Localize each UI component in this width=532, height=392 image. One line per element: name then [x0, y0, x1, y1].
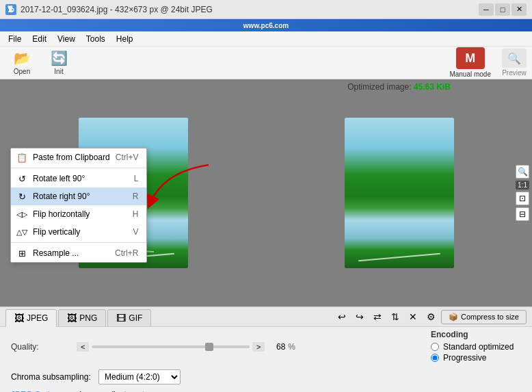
menu-view[interactable]: View	[52, 33, 81, 45]
flip-v-action-button[interactable]: ⇅	[388, 309, 403, 324]
paste-shortcut: Ctrl+V	[116, 153, 139, 162]
menu-separator-2	[11, 242, 146, 243]
resample-icon: ⊞	[16, 248, 27, 259]
settings-button[interactable]: ⚙	[423, 309, 438, 324]
undo-button[interactable]: ↩	[334, 309, 349, 324]
encoding-title: Encoding	[431, 330, 524, 339]
resample-label: Resample ...	[33, 248, 109, 258]
window-controls[interactable]: ─ □ ✕	[479, 3, 527, 16]
jpeg-icon: 🖼	[14, 313, 24, 324]
maximize-button[interactable]: □	[495, 3, 510, 16]
watermark-text: www.pc6.com	[243, 22, 289, 29]
more-button[interactable]: ✕	[405, 309, 421, 324]
zoom-level: 1:1	[516, 181, 529, 190]
close-button[interactable]: ✕	[511, 3, 527, 16]
rotate-left-label: Rotate left 90°	[33, 174, 129, 183]
progressive-radio[interactable]	[431, 354, 439, 362]
tab-image-adjustments[interactable]: Image adjustments	[71, 387, 157, 392]
paste-icon: 📋	[16, 152, 27, 163]
optimized-size: 45.63 KiB	[414, 82, 451, 92]
compress-to-size-button[interactable]: 📦 Compress to size	[441, 310, 527, 324]
app-icon: 🗜	[5, 4, 16, 15]
tab-jpeg-options[interactable]: JPEG Options	[3, 387, 71, 392]
standard-label: Standard optimized	[443, 342, 514, 352]
preview-icon: 🔍	[502, 49, 527, 68]
quality-slider-thumb[interactable]	[205, 343, 213, 351]
quality-slider-container: < > 68 %	[77, 342, 295, 352]
quality-increase-button[interactable]: >	[252, 342, 265, 352]
manual-mode-icon: M	[456, 47, 485, 69]
quality-decrease-button[interactable]: <	[77, 342, 89, 352]
chroma-label: Chroma subsampling:	[11, 372, 93, 382]
flip-h-icon: ◁▷	[16, 209, 27, 220]
menu-rotate-left[interactable]: ↺ Rotate left 90° L	[11, 170, 146, 187]
manual-mode-button[interactable]: M Manual mode	[449, 47, 491, 78]
optimized-panel: Optimized image: 45.63 KiB	[266, 79, 532, 306]
zoom-window-button[interactable]: ⊟	[516, 207, 529, 221]
menu-file[interactable]: File	[3, 33, 27, 45]
init-label: Init	[54, 68, 63, 75]
main-area: 🔍 1:1 ⊡ ⊟ Optimized image: 45.63 KiB 📋 P…	[0, 79, 532, 392]
standard-optimized-option[interactable]: Standard optimized	[431, 342, 524, 352]
flip-v-shortcut: V	[133, 227, 138, 237]
open-button[interactable]: 📂 Open	[5, 49, 38, 77]
flip-h-label: Flip horizontally	[33, 209, 127, 219]
compress-icon: 📦	[449, 313, 458, 322]
format-tabs: 🖼 JPEG 🖼 PNG 🎞 GIF	[3, 307, 332, 326]
manual-mode-label: Manual mode	[449, 70, 491, 78]
resample-shortcut: Ctrl+R	[115, 248, 138, 258]
title-bar: 🗜 2017-12-01_093624.jpg - 432×673 px @ 2…	[0, 0, 532, 19]
toolbar: 📂 Open 🔄 Init M Manual mode 🔍 Preview	[0, 47, 532, 79]
png-label: PNG	[79, 313, 97, 323]
image-area: 🔍 1:1 ⊡ ⊟ Optimized image: 45.63 KiB 📋 P…	[0, 79, 532, 306]
standard-radio[interactable]	[431, 343, 439, 351]
menu-edit[interactable]: Edit	[27, 33, 52, 45]
tab-gif[interactable]: 🎞 GIF	[107, 309, 151, 326]
window-title: 2017-12-01_093624.jpg - 432×673 px @ 24b…	[21, 5, 213, 14]
minimize-button[interactable]: ─	[479, 3, 494, 16]
menu-flip-h[interactable]: ◁▷ Flip horizontally H	[11, 205, 146, 223]
flip-h-action-button[interactable]: ⇄	[370, 309, 385, 324]
menu-resample[interactable]: ⊞ Resample ... Ctrl+R	[11, 244, 146, 262]
chroma-row: Chroma subsampling: Medium (4:2:0) High …	[0, 367, 532, 387]
tab-jpeg[interactable]: 🖼 JPEG	[5, 309, 57, 327]
zoom-in-button[interactable]: 🔍	[516, 165, 529, 179]
action-bar: ↩ ↪ ⇄ ⇅ ✕ ⚙ 📦 Compress to size	[332, 309, 529, 324]
gif-label: GIF	[129, 313, 142, 323]
flip-h-shortcut: H	[133, 209, 139, 219]
menu-paste[interactable]: 📋 Paste from Clipboard Ctrl+V	[11, 148, 146, 166]
percent-sign: %	[288, 342, 295, 352]
chroma-select[interactable]: Medium (4:2:0) High (4:4:4) Low (4:1:1)	[98, 369, 181, 384]
progressive-option[interactable]: Progressive	[431, 353, 524, 363]
rotate-left-icon: ↺	[16, 173, 27, 184]
optimized-image	[345, 118, 454, 268]
compress-label: Compress to size	[461, 313, 519, 321]
quality-label: Quality:	[11, 342, 66, 352]
menu-help[interactable]: Help	[111, 33, 139, 45]
png-icon: 🖼	[67, 313, 77, 324]
tab-png[interactable]: 🖼 PNG	[58, 309, 106, 326]
init-button[interactable]: 🔄 Init	[42, 49, 75, 77]
menu-rotate-right[interactable]: ↻ Rotate right 90° R	[11, 187, 146, 205]
preview-label: Preview	[502, 69, 527, 77]
redo-button[interactable]: ↪	[352, 309, 367, 324]
zoom-fit-button[interactable]: ⊡	[516, 192, 529, 205]
menu-tools[interactable]: Tools	[81, 33, 111, 45]
encoding-section: Encoding Standard optimized Progressive	[423, 327, 532, 367]
progressive-label: Progressive	[443, 353, 486, 363]
open-label: Open	[14, 68, 30, 75]
flip-v-icon: △▽	[16, 226, 27, 237]
rotate-right-icon: ↻	[16, 191, 27, 202]
paste-label: Paste from Clipboard	[33, 153, 110, 162]
quality-value: 68	[267, 342, 285, 352]
context-menu: 📋 Paste from Clipboard Ctrl+V ↺ Rotate l…	[10, 148, 147, 263]
menu-bar: File Edit View Tools Help	[0, 31, 532, 47]
rotate-right-shortcut: R	[133, 192, 139, 201]
jpeg-option-tabs: JPEG Options Image adjustments	[0, 387, 532, 392]
preview-button[interactable]: 🔍 Preview	[502, 49, 527, 77]
quality-slider-track[interactable]	[92, 345, 249, 348]
flip-v-label: Flip vertically	[33, 227, 127, 237]
optimized-label: Optimized image:	[347, 82, 411, 92]
menu-flip-v[interactable]: △▽ Flip vertically V	[11, 223, 146, 241]
watermark-bar: www.pc6.com	[0, 19, 532, 31]
